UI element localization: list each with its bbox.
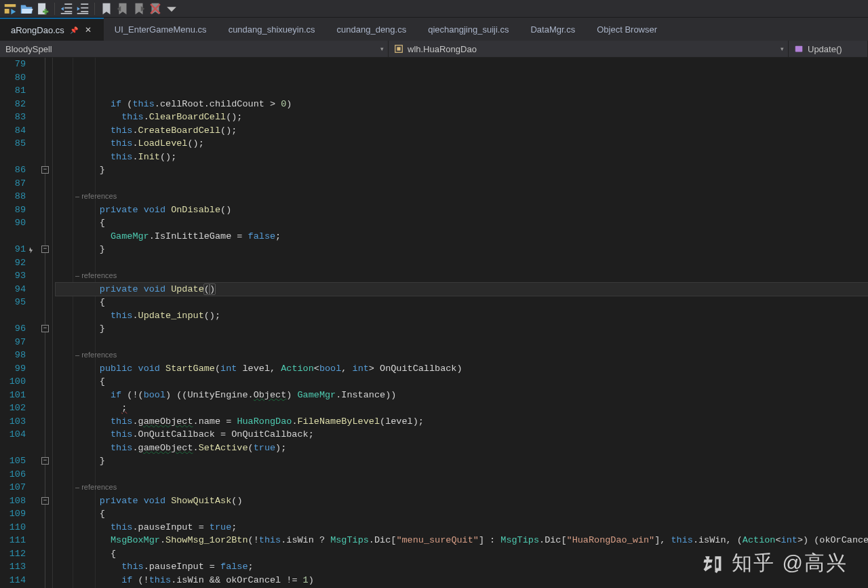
code-line[interactable]: { [56, 547, 868, 561]
code-line[interactable]: this.pauseInput = true; [56, 521, 868, 534]
fold-toggle[interactable]: − [41, 246, 49, 253]
code-lens[interactable]: – references [56, 269, 868, 283]
next-bookmark-icon[interactable] [132, 1, 146, 16]
code-line[interactable]: this.gameObject.SetActive(true); [56, 442, 868, 455]
method-icon [794, 44, 804, 54]
line-number: 97 [0, 336, 35, 349]
fold-toggle[interactable]: − [41, 166, 49, 174]
line-number [0, 309, 35, 323]
code-line[interactable]: } [56, 322, 868, 336]
open-file-icon[interactable] [19, 1, 34, 16]
code-line[interactable]: GameMgr.IsInLittleGame = false; [56, 230, 868, 243]
line-number: 93 [0, 269, 35, 283]
code-line[interactable]: this.Update_input(); [56, 309, 868, 323]
code-line[interactable]: this.CreateBoardCell(); [56, 124, 868, 138]
code-line[interactable] [56, 336, 868, 349]
fold-toggle[interactable]: − [41, 497, 49, 505]
line-number: 95 [0, 296, 35, 309]
line-number: 101 [0, 389, 35, 402]
code-line[interactable]: { [56, 216, 868, 230]
tab-cundang-deng-cs[interactable]: cundang_deng.cs [326, 18, 418, 41]
svg-rect-2 [397, 47, 400, 50]
code-line[interactable]: this.ClearBoardCell(); [56, 111, 868, 124]
line-number: 105 [0, 454, 35, 468]
code-line[interactable]: MsgBoxMgr.ShowMsg_1or2Btn(!this.isWin ? … [56, 534, 868, 547]
fold-toggle[interactable]: − [41, 325, 49, 332]
line-number: 111 [0, 534, 35, 547]
tab-label: DataMgr.cs [530, 24, 575, 35]
clear-bookmarks-icon[interactable] [148, 1, 163, 16]
more-icon[interactable] [164, 1, 179, 16]
line-number: 85 [0, 137, 35, 151]
code-line[interactable]: { [56, 296, 868, 309]
line-number: 99 [0, 362, 35, 376]
tab-label: aRongDao.cs [11, 25, 64, 35]
pin-icon[interactable]: 📌 [70, 26, 78, 34]
code-line[interactable]: } [56, 243, 868, 256]
code-line[interactable]: this.Init(); [56, 151, 868, 164]
new-item-icon[interactable] [35, 1, 50, 16]
code-line[interactable]: this.LoadLevel(); [56, 137, 868, 151]
code-line[interactable]: private void OnDisable() [56, 203, 868, 217]
class-label: wlh.HuaRongDao [408, 44, 477, 54]
tab-label: qiechangjing_suiji.cs [428, 24, 509, 35]
namespace-dropdown[interactable]: BloodySpell ▾ [0, 41, 389, 57]
line-number: 80 [0, 71, 35, 85]
tab-label: cundang_deng.cs [337, 24, 407, 35]
line-number: 94 [0, 283, 35, 296]
code-line[interactable]: this.OnQuitCallback = OnQuitCallback; [56, 428, 868, 442]
line-number: 92 [0, 256, 35, 270]
code-lens[interactable]: – references [56, 190, 868, 203]
line-number: 79 [0, 58, 35, 71]
bookmark-icon[interactable] [99, 1, 114, 16]
code-line[interactable]: } [56, 454, 868, 468]
tab-label: cundang_shixueyin.cs [229, 24, 315, 35]
fold-toggle[interactable]: − [41, 457, 49, 465]
class-dropdown[interactable]: wlh.HuaRongDao ▾ [389, 41, 789, 57]
tab-datamgr-cs[interactable]: DataMgr.cs [519, 18, 586, 41]
line-number: 102 [0, 401, 35, 415]
code-line[interactable]: this.gameObject.name = HuaRongDao.FileNa… [56, 415, 868, 429]
code-line[interactable]: { [56, 507, 868, 521]
line-number: 109 [0, 507, 35, 521]
tab-object-browser[interactable]: Object Browser [586, 18, 668, 41]
code-line[interactable]: if (!this.isWin && okOrCancel != 1) [56, 574, 868, 587]
line-number: 110 [0, 521, 35, 534]
method-dropdown[interactable]: Update() [789, 41, 868, 57]
code-line[interactable]: } [56, 163, 868, 177]
code-line[interactable] [56, 468, 868, 482]
line-number: 81 [0, 84, 35, 98]
namespace-label: BloodySpell [5, 44, 52, 54]
code-line[interactable]: { [56, 375, 868, 389]
chevron-down-icon: ▾ [380, 45, 384, 52]
code-line[interactable]: this.pauseInput = false; [56, 560, 868, 574]
prev-bookmark-icon[interactable] [115, 1, 130, 16]
code-lens[interactable]: – references [56, 481, 868, 494]
code-line[interactable]: private void Update() [56, 283, 868, 296]
tab-arongdao-cs[interactable]: aRongDao.cs📌✕ [0, 18, 104, 41]
code-line[interactable] [56, 256, 868, 270]
tab-cundang-shixueyin-cs[interactable]: cundang_shixueyin.cs [218, 18, 326, 41]
increase-indent-icon[interactable] [75, 1, 90, 16]
line-number: 106 [0, 468, 35, 482]
quick-action-icon[interactable] [27, 246, 35, 254]
code-lens[interactable]: – references [56, 349, 868, 362]
decrease-indent-icon[interactable] [59, 1, 74, 16]
line-number: 90 [0, 216, 35, 230]
tab-ui-entergamemenu-cs[interactable]: UI_EnterGameMenu.cs [104, 18, 218, 41]
fold-column: −−−−− [38, 58, 53, 588]
close-icon[interactable]: ✕ [83, 25, 93, 35]
code-line[interactable]: public void StartGame(int level, Action<… [56, 362, 868, 376]
code-area[interactable]: if (this.cellRoot.childCount > 0) this.C… [53, 58, 868, 588]
code-line[interactable]: if (!(bool) ((UnityEngine.Object) GameMg… [56, 389, 868, 402]
code-line[interactable]: private void ShowQuitAsk() [56, 494, 868, 508]
code-line[interactable]: if (this.cellRoot.childCount > 0) [56, 98, 868, 111]
code-editor[interactable]: 7980818283848586878889909192939495969798… [0, 58, 868, 588]
tab-qiechangjing-suiji-cs[interactable]: qiechangjing_suiji.cs [417, 18, 519, 41]
code-line[interactable] [56, 177, 868, 191]
line-number: 103 [0, 415, 35, 429]
line-number: 96 [0, 322, 35, 336]
tab-manage-icon[interactable] [3, 1, 18, 16]
code-line[interactable]: ; [56, 401, 868, 415]
line-number: 82 [0, 98, 35, 111]
